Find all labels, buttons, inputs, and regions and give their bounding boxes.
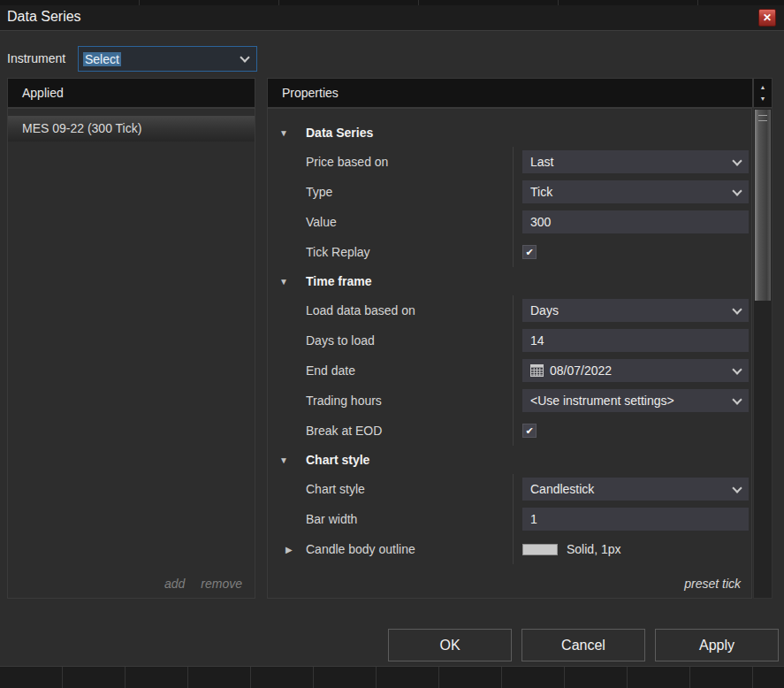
cancel-button[interactable]: Cancel (521, 629, 645, 661)
properties-scroll-buttons: ▲ ▼ (753, 78, 773, 108)
dialog-title: Data Series (7, 9, 81, 25)
end-date-value: 08/07/2022 (550, 363, 612, 378)
property-row-tick-replay: Tick Replay ✔ (268, 237, 751, 267)
applied-actions: add remove (164, 577, 242, 591)
chevron-down-icon (732, 304, 742, 314)
property-row-chart-style: Chart style Candlestick (268, 474, 751, 504)
applied-item[interactable]: MES 09-22 (300 Tick) (8, 116, 255, 141)
properties-grid: ▼ Data Series Price based on Last Type T… (267, 108, 752, 599)
property-label: Trading hours (306, 394, 382, 408)
property-row-days-to-load: Days to load (268, 325, 751, 355)
property-row-break-at-eod: Break at EOD ✔ (268, 416, 751, 446)
select-type[interactable]: Tick (522, 180, 749, 203)
select-price-based-on[interactable]: Last (522, 150, 749, 173)
chevron-down-icon (732, 186, 742, 195)
triangle-expanded-icon[interactable]: ▼ (279, 128, 293, 138)
property-label: End date (306, 363, 355, 378)
property-row-value: Value (268, 207, 751, 237)
section-header-data-series[interactable]: ▼ Data Series (268, 118, 751, 147)
section-header-chart-style[interactable]: ▼ Chart style (268, 446, 751, 474)
property-label: Days to load (306, 333, 375, 348)
add-link[interactable]: add (164, 577, 185, 591)
select-value: Days (530, 303, 559, 317)
section-header-time-frame[interactable]: ▼ Time frame (268, 267, 751, 295)
property-label: Type (306, 185, 332, 199)
tick-replay-checkbox[interactable]: ✔ (522, 245, 537, 259)
dialog-titlebar[interactable]: Data Series ✕ (0, 5, 784, 31)
section-title: Chart style (306, 453, 369, 467)
property-label: Price based on (306, 155, 388, 169)
data-series-dialog: Data Series ✕ Instrument Select Applied … (0, 5, 784, 666)
close-button[interactable]: ✕ (758, 9, 776, 27)
property-label: Bar width (306, 512, 357, 526)
select-value: Tick (530, 185, 552, 199)
chevron-down-icon (240, 52, 249, 62)
chevron-down-icon (732, 394, 742, 404)
scroll-up-icon[interactable]: ▲ (760, 84, 766, 90)
applied-list: MES 09-22 (300 Tick) add remove (7, 108, 255, 599)
scroll-down-icon[interactable]: ▼ (760, 96, 766, 102)
applied-header: Applied (7, 78, 255, 108)
screen: Data Series ✕ Instrument Select Applied … (0, 0, 784, 688)
property-row-type: Type Tick (268, 177, 751, 207)
calendar-icon (530, 364, 544, 377)
preset-tick-label[interactable]: preset tick (684, 577, 741, 591)
property-label: Candle body outline (306, 542, 415, 556)
scrollbar-thumb[interactable] (755, 110, 771, 301)
properties-header: Properties (267, 78, 753, 108)
apply-button[interactable]: Apply (655, 629, 779, 661)
remove-link[interactable]: remove (201, 577, 242, 591)
check-icon: ✔ (525, 247, 533, 257)
section-title: Time frame (306, 274, 371, 288)
select-value: Last (530, 155, 553, 169)
check-icon: ✔ (525, 425, 533, 436)
chevron-down-icon (732, 364, 742, 374)
section-title: Data Series (306, 126, 373, 140)
instrument-label: Instrument (7, 46, 65, 72)
property-label: Load data based on (306, 303, 415, 317)
select-trading-hours[interactable]: <Use instrument settings> (522, 389, 749, 412)
stroke-description: Solid, 1px (567, 542, 620, 556)
triangle-expanded-icon[interactable]: ▼ (279, 455, 293, 465)
properties-scrollbar[interactable] (753, 108, 773, 599)
property-label: Chart style (306, 482, 365, 496)
days-to-load-input[interactable] (522, 329, 749, 352)
chevron-down-icon (732, 483, 742, 493)
property-row-trading-hours: Trading hours <Use instrument settings> (268, 386, 751, 416)
select-load-data-based-on[interactable]: Days (522, 299, 749, 322)
break-at-eod-checkbox[interactable]: ✔ (522, 424, 537, 438)
stroke-color-swatch[interactable] (522, 544, 558, 555)
instrument-select[interactable]: Select (78, 46, 257, 72)
select-value: Candlestick (530, 482, 594, 496)
property-row-candle-body-outline: ▶ Candle body outline Solid, 1px (268, 534, 751, 564)
bar-width-input[interactable] (522, 508, 749, 531)
ok-button[interactable]: OK (388, 629, 512, 661)
triangle-expanded-icon[interactable]: ▼ (279, 277, 293, 287)
chevron-down-icon (732, 156, 742, 165)
property-row-bar-width: Bar width (268, 504, 751, 534)
property-row-end-date: End date 08/07/2022 (268, 355, 751, 386)
property-label: Break at EOD (306, 424, 382, 438)
property-row-load-data-based-on: Load data based on Days (268, 295, 751, 325)
end-date-picker[interactable]: 08/07/2022 (522, 359, 749, 382)
close-icon: ✕ (763, 11, 772, 24)
background-grid-bottom (0, 666, 784, 688)
property-label: Tick Replay (306, 245, 370, 259)
instrument-select-value: Select (83, 52, 121, 66)
property-row-price-based-on: Price based on Last (268, 147, 751, 177)
select-value: <Use instrument settings> (530, 394, 674, 408)
value-input[interactable] (522, 210, 749, 233)
triangle-collapsed-icon[interactable]: ▶ (285, 545, 299, 554)
property-label: Value (306, 215, 337, 229)
select-chart-style[interactable]: Candlestick (522, 478, 749, 501)
